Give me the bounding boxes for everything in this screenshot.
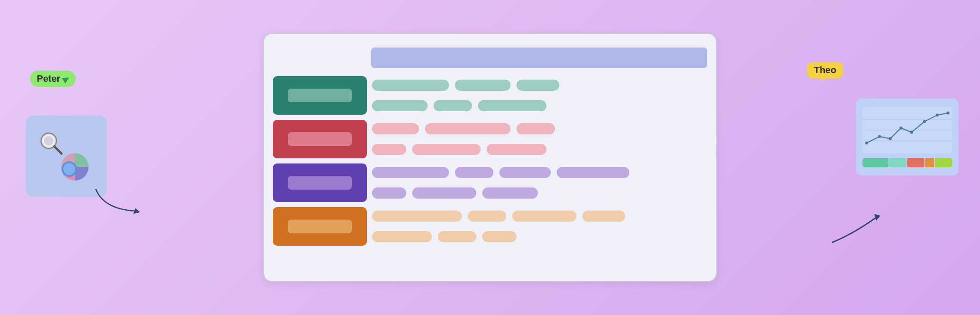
orange-row-label-inner [288, 220, 352, 233]
orange-row-label [273, 207, 367, 246]
teal-pill [455, 80, 511, 91]
teal-pills-line2 [372, 100, 707, 111]
red-pills-line1 [372, 123, 707, 134]
main-scene: Peter ▶ [0, 0, 980, 315]
theo-bubble: Theo [807, 62, 843, 78]
red-pill [425, 123, 511, 134]
orange-row-content [367, 207, 707, 246]
svg-point-14 [889, 137, 892, 140]
bar-seg-red [907, 158, 924, 167]
peter-bubble: Peter ▶ [30, 71, 76, 87]
purple-pills-line2 [372, 187, 707, 199]
main-spreadsheet-panel [263, 33, 717, 282]
orange-pill [438, 231, 476, 242]
right-chart-card [856, 98, 959, 175]
bar-seg-orange [925, 158, 934, 167]
purple-pill [455, 167, 493, 178]
teal-pill [478, 100, 546, 111]
purple-pill [557, 167, 629, 178]
purple-pill [482, 187, 538, 199]
teal-row-label-inner [288, 89, 352, 102]
bar-seg-light-teal [889, 158, 906, 167]
purple-pill [412, 187, 476, 199]
svg-point-13 [878, 135, 881, 138]
red-pill [412, 144, 481, 155]
red-row-label-inner [288, 132, 352, 146]
svg-point-19 [947, 112, 950, 115]
red-pill [372, 123, 419, 134]
orange-pill [482, 231, 517, 242]
orange-pill [372, 231, 432, 242]
purple-pill [372, 187, 406, 199]
teal-row-content [367, 76, 707, 115]
plane-icon: ▶ [61, 73, 71, 84]
right-arrow [828, 208, 884, 251]
red-pill [517, 123, 555, 134]
teal-pill [517, 80, 559, 91]
purple-row-label [273, 163, 367, 202]
orange-pill [512, 211, 576, 222]
left-card-inner [38, 131, 94, 182]
bar-seg-green [935, 158, 952, 167]
red-pill [487, 144, 546, 155]
bar-chart-row [862, 158, 952, 167]
orange-pill [468, 211, 506, 222]
teal-pills-line1 [372, 80, 707, 91]
left-arrow [92, 184, 143, 218]
red-pill [372, 144, 406, 155]
line-chart-icon [862, 107, 952, 154]
purple-row-content [367, 163, 707, 202]
header-bar [371, 48, 707, 68]
teal-row-label [273, 76, 367, 115]
peter-label: Peter [37, 73, 60, 84]
purple-pill [372, 167, 449, 178]
purple-pills-line1 [372, 167, 707, 178]
teal-pill [434, 100, 472, 111]
theo-label: Theo [814, 65, 836, 75]
teal-data-row [273, 76, 707, 115]
bar-seg-teal [862, 158, 888, 167]
svg-marker-7 [133, 208, 140, 214]
teal-pill [372, 100, 428, 111]
red-data-row [273, 120, 707, 158]
svg-point-6 [63, 163, 75, 175]
svg-point-15 [900, 127, 903, 130]
orange-pills-line1 [372, 211, 707, 222]
orange-data-row [273, 207, 707, 246]
teal-pill [372, 80, 449, 91]
header-row [273, 43, 707, 73]
purple-pill [499, 167, 551, 178]
purple-data-row [273, 163, 707, 202]
svg-marker-20 [874, 214, 880, 221]
red-pills-line2 [372, 144, 707, 155]
orange-pills-line2 [372, 231, 707, 242]
svg-point-16 [910, 131, 913, 134]
purple-row-label-inner [288, 176, 352, 190]
orange-pill [372, 211, 462, 222]
pie-chart-icon [51, 143, 90, 182]
orange-pill [582, 211, 625, 222]
svg-point-12 [865, 142, 868, 145]
red-row-label [273, 120, 367, 158]
red-row-content [367, 120, 707, 158]
svg-point-17 [923, 120, 926, 123]
svg-point-18 [936, 114, 939, 117]
